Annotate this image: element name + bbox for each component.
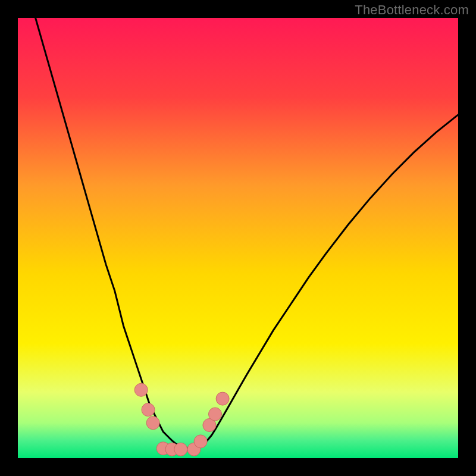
marker-point (146, 416, 159, 430)
chart-svg (0, 0, 476, 476)
watermark-text: TheBottleneck.com (355, 2, 469, 18)
marker-point (174, 443, 187, 456)
chart-frame: TheBottleneck.com (0, 0, 476, 476)
marker-point (142, 403, 155, 416)
marker-point (216, 392, 229, 405)
marker-point (134, 383, 148, 396)
marker-point (194, 435, 207, 448)
marker-point (209, 408, 222, 421)
plot-background (18, 18, 458, 458)
